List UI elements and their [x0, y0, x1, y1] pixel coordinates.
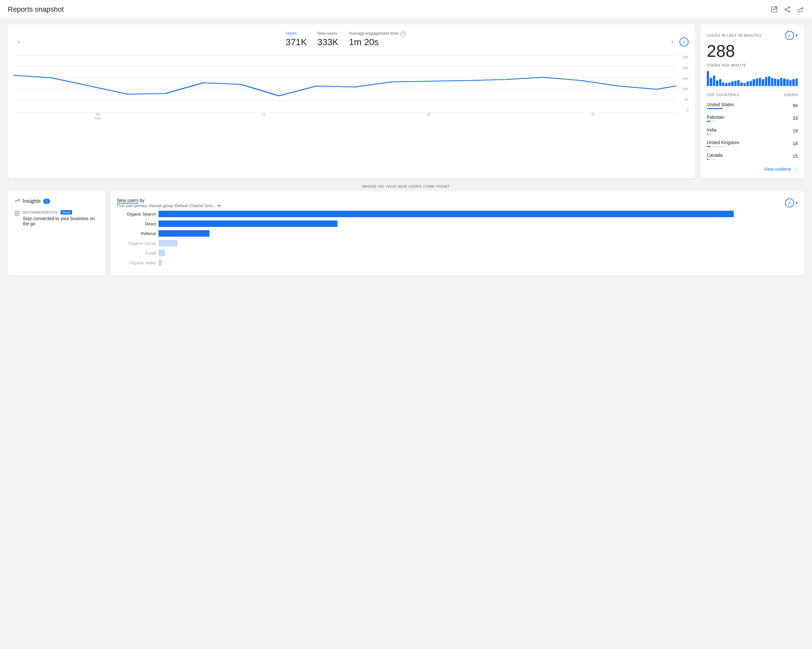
mini-bar-item: [737, 80, 740, 86]
countries-list: United States 94 Pakistan 33 India: [707, 99, 798, 163]
svg-line-6: [786, 8, 789, 9]
country-name: United Kingdom: [707, 140, 739, 147]
x-label-25: 25: [591, 112, 595, 120]
hbar-row: Organic Search: [117, 211, 798, 217]
next-metric-button[interactable]: ›: [668, 37, 677, 46]
y-label-5k: 5K: [677, 98, 688, 102]
engagement-label: Average engagement time: [349, 31, 398, 36]
new-users-title-underlined: New users: [117, 198, 138, 204]
hbar-row: Referral: [117, 230, 798, 237]
country-name: United States: [707, 102, 734, 109]
country-bar: [707, 121, 710, 122]
users-label: Users: [285, 31, 307, 36]
main-chart-card: ‹ Users 371K New users 333K Average enga…: [8, 24, 695, 178]
y-label-10k: 10K: [677, 87, 688, 91]
x-label-04: 04 Feb: [95, 112, 101, 120]
recommendation-row: RECOMMENDATION New Stay connected to you…: [14, 210, 99, 226]
country-row: United Kingdom 18: [707, 137, 798, 150]
metric-engagement: Average engagement time ? 1m 20s: [349, 31, 405, 47]
country-name: India: [707, 127, 716, 134]
realtime-dropdown-button[interactable]: ▾: [795, 33, 798, 38]
users-value: 371K: [285, 37, 307, 47]
country-row: Canada 15: [707, 150, 798, 163]
mini-bar-item: [728, 82, 731, 86]
hbar-row: Direct: [117, 221, 798, 227]
metric-check-icon[interactable]: ✓: [679, 37, 688, 46]
main-content: ‹ Users 371K New users 333K Average enga…: [0, 19, 812, 281]
hbar-fill: [159, 250, 165, 256]
y-axis-labels: 25K 20K 15K 10K 5K 0: [677, 55, 688, 112]
rec-label: RECOMMENDATION New: [23, 210, 99, 215]
svg-point-4: [785, 9, 786, 11]
new-users-dropdown-button[interactable]: ▾: [795, 200, 798, 206]
mini-bar-item: [777, 79, 779, 86]
country-row: United States 94: [707, 99, 798, 112]
country-bar: [707, 108, 723, 109]
line-chart-area: 25K 20K 15K 10K 5K 0: [14, 55, 688, 120]
new-users-value: 333K: [317, 37, 339, 47]
new-badge: New: [60, 210, 72, 215]
mini-bar-item: [719, 79, 721, 86]
hbar-label: Referral: [117, 231, 156, 236]
realtime-check-group: ✓ ▾: [785, 31, 798, 40]
metrics-row: Users 371K New users 333K Average engage…: [285, 31, 405, 47]
insights-badge: 1: [43, 199, 50, 204]
country-count: 33: [792, 116, 798, 121]
new-users-check-group: ✓ ▾: [785, 198, 798, 207]
new-users-section-title-row: WHERE DO YOUR NEW USERS COME FROM?: [8, 183, 804, 189]
mini-bar-item: [795, 79, 798, 86]
mini-bar-item: [746, 81, 749, 86]
x-label-11: 11: [262, 112, 266, 120]
mini-bar-item: [780, 78, 783, 86]
country-bar-wrap: [707, 133, 713, 134]
view-realtime-link[interactable]: View realtime →: [707, 166, 798, 172]
metric-new-users: New users 333K: [317, 31, 339, 47]
hbar-fill: [159, 211, 734, 217]
countries-header: TOP COUNTRIES USERS: [707, 90, 798, 97]
country-name: Pakistan: [707, 114, 724, 122]
country-count: 94: [792, 103, 798, 108]
insights-trend-icon: [14, 198, 20, 205]
mini-bar-item: [759, 78, 761, 86]
new-users-check-icon[interactable]: ✓: [785, 198, 794, 207]
subtitle-dropdown-icon[interactable]: [218, 205, 221, 207]
hbar-track: [159, 221, 798, 227]
country-count: 18: [792, 141, 798, 146]
hbar-label: Direct: [117, 221, 156, 226]
hbar-row: Email: [117, 250, 798, 256]
hbar-label: Organic Video: [117, 261, 156, 265]
new-users-subtitle: First user primary channel group (Defaul…: [117, 204, 221, 208]
new-users-label: New users: [317, 31, 339, 36]
realtime-check-icon[interactable]: ✓: [785, 31, 794, 40]
mini-bar-item: [743, 83, 746, 86]
svg-line-7: [786, 10, 789, 11]
mini-bar-item: [765, 77, 767, 86]
mini-bar-item: [792, 79, 794, 86]
country-row: India 19: [707, 125, 798, 137]
app-header: Reports snapshot: [0, 0, 812, 19]
page-title: Reports snapshot: [8, 5, 64, 14]
svg-point-3: [788, 6, 790, 8]
realtime-header: USERS IN LAST 30 MINUTES ✓ ▾: [707, 31, 798, 40]
metrics-nav: ‹ Users 371K New users 333K Average enga…: [14, 31, 688, 53]
hbar-fill: [159, 259, 162, 266]
hbar-row: Organic Video: [117, 259, 798, 266]
engagement-info-icon[interactable]: ?: [400, 32, 406, 37]
country-bar: [707, 159, 708, 160]
edit-chart-icon[interactable]: [771, 6, 778, 13]
country-count: 15: [792, 154, 798, 159]
prev-metric-button[interactable]: ‹: [14, 37, 23, 46]
mini-bar-item: [716, 81, 718, 86]
share-icon[interactable]: [783, 6, 791, 13]
y-label-0: 0: [677, 108, 688, 112]
country-row: Pakistan 33: [707, 112, 798, 125]
realtime-card: USERS IN LAST 30 MINUTES ✓ ▾ 288 USERS P…: [700, 24, 804, 178]
rec-text: Stay connected to your business on the g…: [23, 216, 99, 226]
mini-bar-item: [713, 76, 715, 86]
hbar-fill: [159, 240, 178, 247]
mini-bar-item: [771, 78, 773, 86]
country-bar-wrap: [707, 121, 717, 122]
analytics-icon[interactable]: [797, 6, 804, 13]
insights-title: Insights: [23, 198, 41, 204]
hbar-track: [159, 259, 798, 266]
